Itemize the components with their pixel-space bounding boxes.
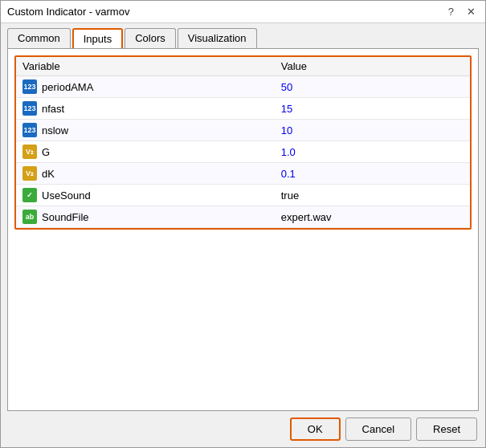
tab-visualization[interactable]: Visualization: [178, 28, 257, 48]
var-cell: 123 periodAMA: [22, 79, 268, 94]
tab-inputs[interactable]: Inputs: [72, 28, 123, 48]
window-title: Custom Indicator - varmov: [7, 6, 129, 18]
table-row[interactable]: V₂ G 1.0: [16, 141, 470, 163]
table-row[interactable]: ✓ UseSound true: [16, 185, 470, 206]
var-name: SoundFile: [42, 211, 89, 223]
table-row[interactable]: 123 nslow 10: [16, 120, 470, 141]
var-cell: ✓ UseSound: [22, 188, 268, 202]
table-row[interactable]: 123 periodAMA 50: [16, 76, 470, 98]
var-cell: V₂ dK: [22, 166, 268, 181]
inputs-table-wrapper: Variable Value 123 periodAMA 50 123 nfas…: [14, 55, 472, 230]
var-name: G: [42, 146, 50, 158]
value-cell[interactable]: true: [275, 185, 470, 206]
value-cell[interactable]: 10: [275, 120, 470, 141]
tab-colors[interactable]: Colors: [125, 28, 176, 48]
main-window: Custom Indicator - varmov ? ✕ Common Inp…: [0, 0, 486, 448]
value-cell[interactable]: 0.1: [275, 163, 470, 185]
tabs-container: Common Inputs Colors Visualization: [1, 23, 485, 48]
table-header-row: Variable Value: [16, 57, 470, 76]
type-icon: 123: [22, 101, 37, 116]
inputs-table: Variable Value 123 periodAMA 50 123 nfas…: [16, 57, 470, 228]
type-icon: 123: [22, 123, 37, 137]
value-cell[interactable]: 50: [275, 76, 470, 98]
footer: OK Cancel Reset: [1, 411, 485, 447]
title-bar: Custom Indicator - varmov ? ✕: [1, 1, 485, 23]
table-row[interactable]: 123 nfast 15: [16, 98, 470, 120]
cancel-button[interactable]: Cancel: [345, 417, 411, 441]
var-cell: V₂ G: [22, 145, 268, 159]
content-area: Variable Value 123 periodAMA 50 123 nfas…: [7, 48, 479, 411]
var-name: dK: [42, 168, 55, 180]
value-cell[interactable]: expert.wav: [275, 206, 470, 228]
var-cell: ab SoundFile: [22, 210, 268, 224]
col-variable-header: Variable: [16, 57, 275, 76]
table-row[interactable]: ab SoundFile expert.wav: [16, 206, 470, 228]
close-button[interactable]: ✕: [464, 6, 479, 18]
table-row[interactable]: V₂ dK 0.1: [16, 163, 470, 185]
type-icon: V₂: [22, 145, 37, 159]
var-name: nslow: [42, 124, 68, 136]
ok-button[interactable]: OK: [290, 417, 341, 441]
help-button[interactable]: ?: [445, 6, 457, 18]
value-cell[interactable]: 1.0: [275, 141, 470, 163]
var-name: UseSound: [42, 189, 91, 202]
type-icon: V₂: [22, 166, 37, 181]
value-cell[interactable]: 15: [275, 98, 470, 120]
type-icon: 123: [22, 79, 37, 94]
col-value-header: Value: [275, 57, 470, 76]
var-name: periodAMA: [42, 81, 93, 93]
var-cell: 123 nfast: [22, 101, 268, 116]
type-icon: ✓: [22, 188, 37, 202]
empty-area: [14, 230, 472, 411]
var-cell: 123 nslow: [22, 123, 268, 137]
type-icon: ab: [22, 210, 37, 224]
var-name: nfast: [42, 103, 64, 115]
title-controls: ? ✕: [445, 6, 479, 18]
reset-button[interactable]: Reset: [416, 417, 477, 441]
tab-common[interactable]: Common: [7, 28, 71, 48]
